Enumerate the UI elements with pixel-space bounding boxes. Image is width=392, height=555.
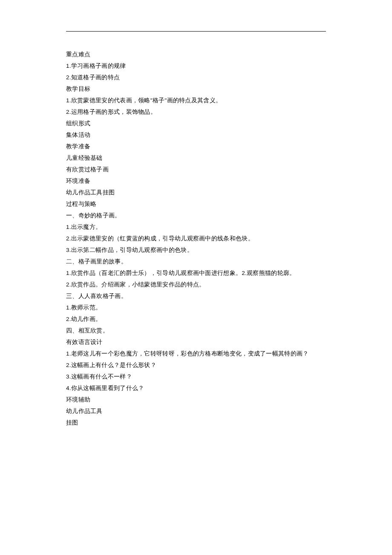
text-line: 二、格子画里的故事。 — [66, 256, 326, 267]
text-line: 环境准备 — [66, 175, 326, 187]
text-line: 教学目标 — [66, 83, 326, 95]
text-line: 2.幼儿作画。 — [66, 313, 326, 325]
text-line: 有欣赏过格子画 — [66, 164, 326, 175]
text-line: 有效语言设计 — [66, 336, 326, 348]
text-line: 儿童经验基础 — [66, 152, 326, 164]
text-line: 重点难点 — [66, 49, 326, 60]
text-line: 挂图 — [66, 417, 326, 428]
horizontal-divider — [66, 31, 326, 32]
text-line: 1.出示魔方。 — [66, 221, 326, 233]
text-line: 2.这幅画上有什么？是什么形状？ — [66, 359, 326, 371]
page-container: 重点难点 1.学习画格子画的规律 2.知道格子画的特点 教学目标 1.欣赏蒙德里… — [0, 0, 392, 428]
text-line: 3.这幅画有什么不一样？ — [66, 371, 326, 382]
text-line: 幼儿作品工具挂图 — [66, 187, 326, 198]
text-line: 1.老师这儿有一个彩色魔方，它转呀转呀，彩色的方格布断地变化，变成了一幅其特的画… — [66, 348, 326, 359]
text-line: 4.你从这幅画里看到了什么？ — [66, 382, 326, 394]
text-line: 3.出示第二幅作品，引导幼儿观察画中的色块。 — [66, 244, 326, 256]
text-line: 一、奇妙的格子画。 — [66, 210, 326, 221]
text-line: 四、相互欣赏。 — [66, 325, 326, 336]
text-line: 教学准备 — [66, 141, 326, 152]
text-line: 1.欣赏蒙德里安的代表画，领略"格子"画的特点及其含义。 — [66, 95, 326, 106]
text-line: 三、人人喜欢格子画。 — [66, 290, 326, 302]
text-line: 1.欣赏作品（百老汇的爵士乐），引导幼儿观察画中面进行想象。2.观察熊猫的轮廓。 — [66, 267, 326, 279]
text-line: 2.知道格子画的特点 — [66, 72, 326, 83]
text-line: 幼儿作品工具 — [66, 405, 326, 417]
text-line: 环境辅助 — [66, 394, 326, 405]
text-line: 1.教师示范。 — [66, 302, 326, 313]
text-line: 过程与策略 — [66, 198, 326, 210]
text-line: 2.运用格子画的形式，装饰物品。 — [66, 106, 326, 118]
text-line: 1.学习画格子画的规律 — [66, 60, 326, 72]
text-line: 2.出示蒙德里安的（红黄蓝的构成，引导幼儿观察画中的线条和色块。 — [66, 233, 326, 244]
document-content: 重点难点 1.学习画格子画的规律 2.知道格子画的特点 教学目标 1.欣赏蒙德里… — [66, 49, 326, 428]
text-line: 组织形式 — [66, 118, 326, 129]
text-line: 集体活动 — [66, 129, 326, 141]
text-line: 2.欣赏作品。介绍画家，小结蒙德里安作品的特点。 — [66, 279, 326, 290]
